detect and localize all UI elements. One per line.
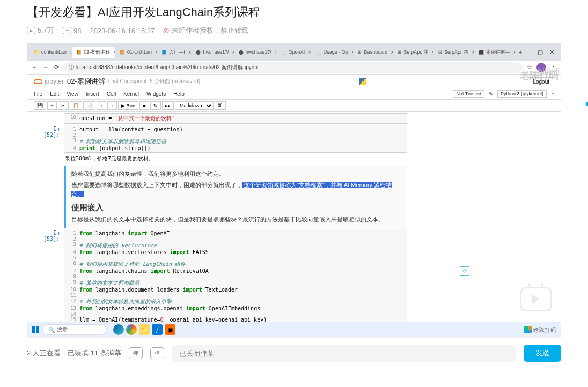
views-count: ▶ 5.7万 [27,26,54,35]
menu-item[interactable]: Kernel [123,91,139,97]
jupyter-menubar: FileEditViewInsertCellKernelWidgetsHelp … [27,88,561,100]
cut-button[interactable]: ✂ [58,101,69,110]
maximize-icon[interactable]: ▢ [538,49,543,56]
kernel-name[interactable]: Python 3 (ipykernel) [497,90,547,98]
celltype-select[interactable]: Markdown [175,101,214,110]
publish-date: 2023-06-16 16:16:37 [90,27,155,35]
forbid-icon: ⊘ [163,26,170,35]
jupyter-logo[interactable]: jupyter [34,78,64,85]
vscode-icon[interactable]: ⧸ [152,324,163,335]
window-controls: — ▢ ✕ [525,49,558,56]
code-cell[interactable]: 10question = "从中找一个最贵的饮料" [34,113,561,124]
pencil-icon[interactable]: ✎ [489,91,493,97]
jupyter-brand: jupyter [45,78,64,85]
send-button[interactable]: 发送 [524,345,561,362]
code-cell[interactable]: In [53]: 1from langchain import OpenAI23… [34,229,561,324]
md-text: 当您需要选择将哪些数据放入上下文中时，困难的部分就出现了，这个研究领域被称为"文… [71,181,404,199]
save-button[interactable]: 💾 [34,101,46,110]
menu-item[interactable]: View [67,91,78,97]
menu-item[interactable]: Insert [86,91,99,97]
kernel-indicator-icon: ○ [551,91,554,97]
danmu-toggle[interactable]: 弹 [129,347,143,359]
app-icon[interactable]: ▣ [165,324,175,335]
md-text-part: 当您需要选择将哪些数据放入上下文中时，困难的部分就出现了， [71,182,242,188]
forward-icon[interactable]: → [43,64,49,71]
danmu-bar: 2 人正在看，已装填 11 条弹幕 弹 弹 发送 [0,338,588,368]
danmu-input[interactable] [172,345,516,362]
minimize-icon[interactable]: — [525,49,531,56]
browser-tab[interactable]: ⊞SerpApi: 注× [393,47,433,58]
paste-button[interactable]: 📄 [83,101,95,110]
chrome-icon[interactable] [126,324,137,335]
code-line: 6# 我们用用来获取文档的 LangChain 组件 [67,261,405,268]
trust-badge[interactable]: Not Trusted [453,90,484,98]
browser-tab[interactable]: ⊞SerpApi: Pl× [434,47,474,58]
danmu-count-text: 98 [74,27,81,35]
move-down-button[interactable]: ↓ [107,101,117,110]
run-button[interactable]: ▶ Run [118,101,138,110]
start-button[interactable] [32,326,39,333]
jupyter-toolbar: 💾 + ✂ 📋 📄 ↑ ↓ ▶ Run ■ ↻ ▸▸ Markdown ⌘ [27,100,561,112]
stop-button[interactable]: ■ [139,101,149,110]
browser-tab[interactable]: ⬤hwchase17/× [192,47,233,58]
restart-kernel-icon[interactable]: ⟳ [460,266,469,276]
browser-tab[interactable]: ⬜OpenAI× [277,47,311,58]
views-text: 5.7万 [38,26,54,35]
sidebar-indicator [586,102,588,106]
copyright-warning: ⊘ 未经作者授权，禁止转载 [163,26,248,35]
jupyter-header: jupyter 02-案例讲解 Last Checkpoint: 6 分钟前 (… [27,75,561,88]
restart-run-button[interactable]: ▸▸ [162,101,174,110]
danmu-status: 2 人正在看，已装填 11 条弹幕 [27,348,121,358]
browser-tab[interactable]: 📘入门—t× [157,47,191,58]
browser-tab[interactable]: ⬤hwchase17/× [234,47,276,58]
page-title: 【开发必看】AI应用开发LangChain系列课程 [0,0,588,23]
bilibili-logo: bilibili [538,67,560,76]
code-line: 5 [67,255,405,261]
back-icon[interactable]: ← [32,64,38,71]
code-line: 2 [67,132,405,138]
browser-window: 📁content/Lan×📙02-案例讲解×📙01-认识Lan×📘入门—t×⬤h… [27,43,561,337]
explorer-icon[interactable]: 📁 [139,324,150,335]
code-line: 3# 我们将使用的 vectorstore [67,242,405,249]
code-line: 1output = llm(context + question) [67,126,405,132]
menu-item[interactable]: Help [173,91,185,97]
code-cell[interactable]: In [52]: 1output = llm(context + questio… [34,125,561,165]
edge-icon[interactable] [113,324,124,335]
markdown-cell[interactable]: 随着我们提高我们的复杂性，我们将更多地利用这个约定。 当您需要选择将哪些数据放入… [64,166,407,228]
browser-tab[interactable]: 📙01-认识Lan× [115,47,157,58]
browser-tab[interactable]: ⬛案例讲解—× [474,47,515,58]
command-palette-button[interactable]: ⌘ [215,101,226,110]
danmu-count: ☰ 98 [63,27,81,35]
browser-tab[interactable]: ⊞Dashboard× [354,47,393,58]
taskbar-search[interactable]: 🔍 搜索 [42,324,107,335]
add-cell-button[interactable]: + [47,101,57,110]
bilibili-tv-icon [520,287,552,311]
move-up-button[interactable]: ↑ [97,101,106,110]
code-line: 11 [67,293,405,298]
menu-item[interactable]: Edit [50,91,59,97]
close-icon[interactable]: ✕ [549,49,554,56]
notebook-title[interactable]: 02-案例讲解 [67,77,105,86]
copy-button[interactable]: 📋 [70,101,82,110]
warn-text: 未经作者授权，禁止转载 [172,26,248,35]
menu-item[interactable]: Cell [107,91,116,97]
menu-item[interactable]: Widgets [146,91,166,97]
new-tab-button[interactable]: + [516,48,525,56]
code-line: 13from langchain.embeddings.openai impor… [67,306,405,311]
browser-tab[interactable]: ⬜Usage - Op× [312,47,353,58]
url-bar[interactable]: ⓘ localhost:8888/notebooks/content/LangC… [63,62,523,73]
browser-tab[interactable]: 📙02-案例讲解× [72,47,115,58]
md-text: 随着我们提高我们的复杂性，我们将更多地利用这个约定。 [71,169,404,179]
video-player[interactable]: 📁content/Lan×📙02-案例讲解×📙01-认识Lan×📘入门—t×⬤h… [27,43,561,338]
danmu-settings[interactable]: 弹 [150,347,164,359]
notebook-body[interactable]: 10question = "从中找一个最贵的饮料" In [52]: 1outp… [27,112,561,337]
restart-button[interactable]: ↻ [150,101,161,110]
browser-tab[interactable]: 📁content/Lan× [30,47,71,58]
cell-prompt [34,113,64,124]
watermark: 老陈打码 [524,326,556,334]
meta-row: ▶ 5.7万 ☰ 98 2023-06-16 16:16:37 ⊘ 未经作者授权… [0,23,588,43]
reload-icon[interactable]: ⟳ [54,64,59,71]
checkpoint-text: Last Checkpoint: 6 分钟前 (autosaved) [108,78,200,85]
code-line: 14 [67,311,405,317]
menu-item[interactable]: File [34,91,42,97]
